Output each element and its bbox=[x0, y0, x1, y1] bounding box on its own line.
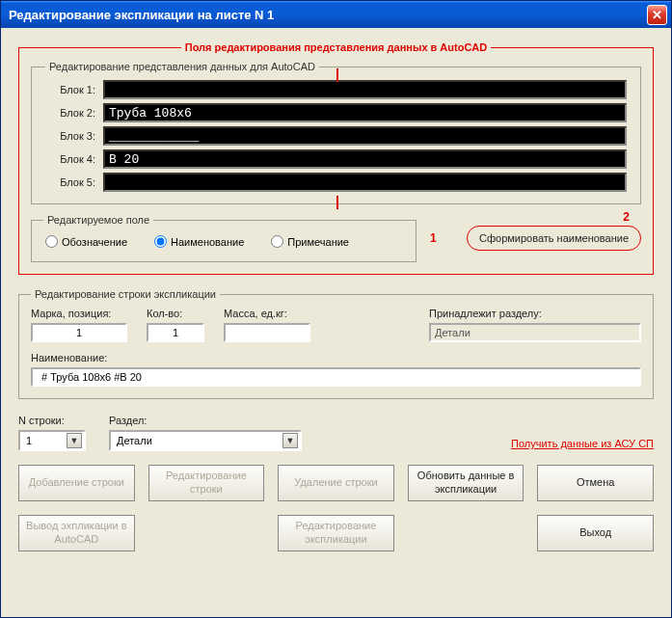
radio-name[interactable]: Наименование bbox=[154, 235, 244, 248]
block-row-4: Блок 4: В 20 bbox=[45, 149, 627, 169]
window-title: Редактирование экспликации на листе N 1 bbox=[9, 8, 647, 22]
form-name-wrap: 2 Сформировать наименование bbox=[467, 226, 641, 251]
nstroki-label: N строки: bbox=[18, 415, 86, 426]
radio-note-label: Примечание bbox=[287, 236, 349, 248]
mid-row: Редактируемое поле Обозначение Наименова… bbox=[31, 214, 641, 262]
form-name-button[interactable]: Сформировать наименование bbox=[467, 226, 641, 251]
block-label-3: Блок 3: bbox=[45, 130, 95, 142]
section-label: Принадлежит разделу: bbox=[429, 308, 641, 319]
section-field bbox=[429, 323, 641, 342]
block-row-3: Блок 3: ____________ bbox=[45, 126, 627, 146]
radio-note-input[interactable] bbox=[271, 235, 283, 248]
delete-row-button[interactable]: Удаление строки bbox=[278, 465, 394, 501]
edit-explication-button[interactable]: Редактирование экспликации bbox=[278, 515, 394, 551]
export-autocad-button[interactable]: Вывод эхпликации в AutoCAD bbox=[18, 515, 135, 551]
red-marker-top-icon bbox=[336, 68, 338, 82]
radio-name-label: Наименование bbox=[171, 236, 244, 248]
nstroki-combo[interactable]: 1 ▼ bbox=[18, 430, 86, 451]
radio-designation-label: Обозначение bbox=[62, 236, 127, 248]
autocad-legend: Поля редактирования представления данных… bbox=[181, 41, 492, 53]
block-field-3[interactable]: ____________ bbox=[103, 126, 627, 146]
block-field-2[interactable]: Труба 108x6 bbox=[103, 103, 627, 122]
badge-1: 1 bbox=[430, 231, 437, 245]
asu-link[interactable]: Получить данные из АСУ СП bbox=[511, 438, 654, 449]
explication-top-row: Марка, позиция: Кол-во: Масса, ед.кг: Пр… bbox=[31, 308, 641, 342]
dialog-window: Редактирование экспликации на листе N 1 … bbox=[0, 0, 672, 618]
block-row-5: Блок 5: bbox=[45, 173, 627, 192]
name-col: Наименование: bbox=[31, 352, 641, 387]
edit-field-legend: Редактируемое поле bbox=[43, 214, 153, 226]
explication-row-fieldset: Редактирование строки экспликации Марка,… bbox=[18, 288, 654, 399]
client-area: Поля редактирования представления данных… bbox=[1, 28, 671, 617]
close-icon: ✕ bbox=[652, 8, 662, 22]
qty-label: Кол-во: bbox=[147, 308, 204, 319]
block-field-1[interactable] bbox=[103, 80, 627, 99]
titlebar: Редактирование экспликации на листе N 1 … bbox=[1, 1, 671, 28]
mark-label: Марка, позиция: bbox=[31, 308, 127, 319]
button-row-1: Добавление строки Редактирование строки … bbox=[18, 465, 654, 501]
bottom-controls: N строки: 1 ▼ Раздел: Детали ▼ Получить … bbox=[18, 415, 654, 451]
edit-row-button[interactable]: Редактирование строки bbox=[148, 465, 265, 501]
chevron-down-icon: ▼ bbox=[282, 433, 298, 448]
close-button[interactable]: ✕ bbox=[647, 5, 667, 25]
block-label-5: Блок 5: bbox=[45, 176, 95, 188]
name-field[interactable] bbox=[31, 367, 641, 387]
explication-row-legend: Редактирование строки экспликации bbox=[31, 288, 220, 300]
razdel-combo[interactable]: Детали ▼ bbox=[109, 430, 302, 451]
chevron-down-icon: ▼ bbox=[67, 433, 82, 448]
razdel-value: Детали bbox=[117, 435, 152, 446]
cancel-button[interactable]: Отмена bbox=[537, 465, 654, 501]
block-row-2: Блок 2: Труба 108x6 bbox=[45, 103, 627, 122]
razdel-label: Раздел: bbox=[109, 415, 302, 426]
block-row-1: Блок 1: bbox=[45, 80, 627, 99]
qty-field[interactable] bbox=[147, 323, 204, 342]
add-row-button[interactable]: Добавление строки bbox=[18, 465, 135, 501]
autocad-inner-legend: Редактирование представления данных для … bbox=[45, 61, 319, 72]
block-label-1: Блок 1: bbox=[45, 84, 95, 95]
red-marker-bottom-icon bbox=[336, 196, 338, 209]
radio-name-input[interactable] bbox=[154, 235, 167, 248]
block-field-4[interactable]: В 20 bbox=[103, 149, 627, 169]
block-label-4: Блок 4: bbox=[45, 153, 95, 165]
block-field-5[interactable] bbox=[103, 173, 627, 192]
button-row-2: Вывод эхпликации в AutoCAD Редактировани… bbox=[18, 515, 654, 551]
mass-field[interactable] bbox=[224, 323, 310, 342]
edit-field-fieldset: Редактируемое поле Обозначение Наименова… bbox=[31, 214, 417, 262]
block-label-2: Блок 2: bbox=[45, 107, 95, 119]
mass-label: Масса, ед.кг: bbox=[224, 308, 310, 319]
mark-field[interactable] bbox=[31, 323, 127, 342]
radio-note[interactable]: Примечание bbox=[271, 235, 349, 248]
autocad-fieldset: Поля редактирования представления данных… bbox=[18, 41, 654, 275]
radio-designation[interactable]: Обозначение bbox=[45, 235, 127, 248]
nstroki-value: 1 bbox=[26, 435, 32, 446]
autocad-inner-fieldset: Редактирование представления данных для … bbox=[31, 61, 641, 204]
name-label: Наименование: bbox=[31, 352, 641, 363]
exit-button[interactable]: Выход bbox=[537, 515, 654, 551]
badge-2: 2 bbox=[623, 210, 630, 224]
radio-designation-input[interactable] bbox=[45, 235, 58, 248]
refresh-button[interactable]: Обновить данные в экспликации bbox=[408, 465, 524, 501]
